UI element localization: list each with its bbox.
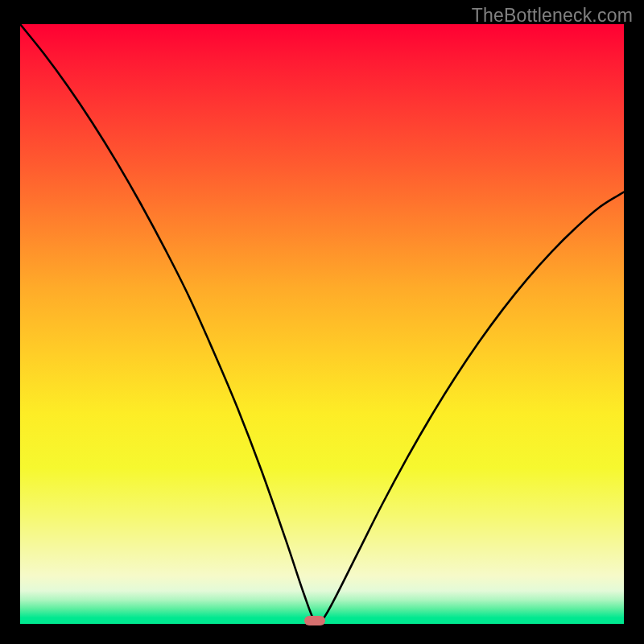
watermark-text: TheBottleneck.com	[472, 5, 633, 27]
optimal-point-marker	[304, 616, 325, 625]
plot-area	[20, 24, 624, 624]
bottleneck-curve	[20, 24, 624, 624]
chart-frame: TheBottleneck.com	[0, 0, 644, 644]
